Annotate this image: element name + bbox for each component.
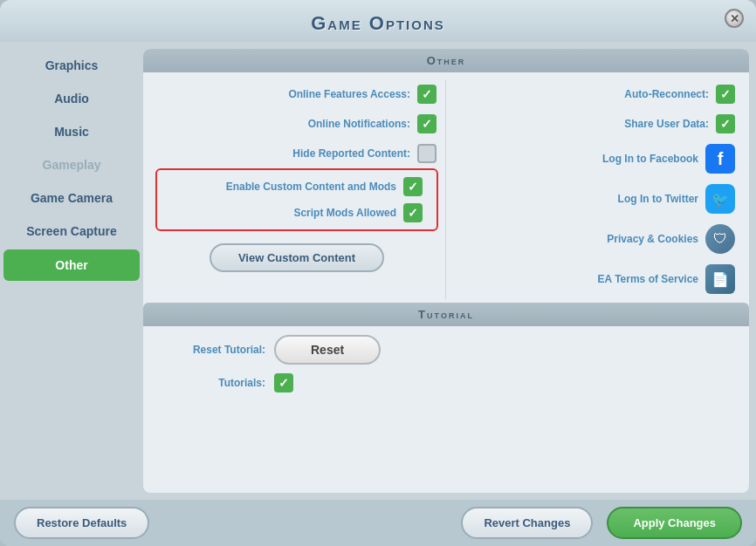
sidebar-item-music[interactable]: Music: [3, 116, 140, 147]
auto-reconnect-label: Auto-Reconnect:: [624, 88, 709, 100]
facebook-login-button[interactable]: f: [705, 144, 735, 174]
enable-custom-label: Enable Custom Content and Mods: [226, 181, 396, 193]
document-icon: 📄: [711, 271, 729, 288]
apply-changes-button[interactable]: Apply Changes: [607, 507, 742, 539]
script-mods-label: Script Mods Allowed: [293, 207, 396, 219]
ea-terms-label: EA Terms of Service: [598, 273, 698, 285]
tutorials-row: Tutorials: ✓: [161, 373, 732, 392]
sidebar-item-game-camera[interactable]: Game Camera: [3, 182, 140, 214]
online-features-row: Online Features Access: ✓: [148, 79, 445, 109]
privacy-cookies-row: Privacy & Cookies 🛡: [455, 219, 744, 259]
reset-tutorial-row: Reset Tutorial: Reset: [161, 335, 732, 365]
log-facebook-row: Log In to Facebook f: [455, 139, 744, 179]
online-notifications-checkbox[interactable]: ✓: [417, 114, 436, 133]
sidebar: Graphics Audio Music Gameplay Game Camer…: [0, 42, 143, 500]
bottom-bar: Restore Defaults Revert Changes Apply Ch…: [0, 500, 756, 546]
share-user-label: Share User Data:: [624, 118, 709, 130]
log-facebook-label: Log In to Facebook: [602, 153, 698, 165]
script-mods-row: Script Mods Allowed ✓: [164, 200, 430, 226]
hide-reported-checkbox[interactable]: [417, 144, 436, 163]
tutorial-settings: Reset Tutorial: Reset Tutorials: ✓: [143, 326, 749, 401]
share-user-checkbox[interactable]: ✓: [716, 114, 735, 133]
facebook-icon: f: [718, 149, 724, 169]
online-features-checkbox[interactable]: ✓: [417, 85, 436, 104]
title-bar: Game Options ✕: [0, 0, 756, 42]
share-user-row: Share User Data: ✓: [455, 109, 744, 139]
ea-terms-row: EA Terms of Service 📄: [455, 259, 744, 299]
reset-tutorial-button[interactable]: Reset: [274, 335, 381, 365]
privacy-cookies-label: Privacy & Cookies: [607, 233, 698, 245]
close-icon: ✕: [730, 12, 739, 25]
tutorials-label: Tutorials:: [161, 377, 265, 389]
twitter-icon: 🐦: [711, 191, 729, 208]
window-title: Game Options: [17, 12, 739, 35]
online-features-label: Online Features Access:: [288, 88, 410, 100]
content-area: Graphics Audio Music Gameplay Game Camer…: [0, 42, 756, 500]
tutorials-checkbox[interactable]: ✓: [274, 373, 293, 392]
sidebar-item-screen-capture[interactable]: Screen Capture: [3, 215, 140, 247]
restore-defaults-button[interactable]: Restore Defaults: [14, 507, 149, 539]
revert-changes-button[interactable]: Revert Changes: [461, 507, 593, 539]
sidebar-item-graphics[interactable]: Graphics: [3, 50, 140, 81]
right-settings-col: Auto-Reconnect: ✓ Share User Data: ✓: [446, 79, 744, 299]
hide-reported-row: Hide Reported Content:: [148, 139, 445, 168]
other-section-header: Other: [143, 49, 749, 72]
enable-custom-checkbox[interactable]: ✓: [403, 177, 423, 196]
log-twitter-label: Log In to Twitter: [618, 193, 698, 205]
game-options-window: Game Options ✕ Graphics Audio Music Game…: [0, 0, 756, 546]
close-button[interactable]: ✕: [725, 9, 744, 28]
reset-tutorial-label: Reset Tutorial:: [161, 344, 265, 356]
tutorial-section: Tutorial Reset Tutorial: Reset Tutorials…: [143, 303, 749, 401]
custom-mods-highlight-box: Enable Custom Content and Mods ✓ Script …: [155, 168, 438, 231]
left-settings-col: Online Features Access: ✓ Online Notific…: [148, 79, 446, 299]
twitter-login-button[interactable]: 🐦: [705, 184, 735, 214]
bottom-center-buttons: Revert Changes Apply Changes: [461, 507, 742, 539]
script-mods-checkbox[interactable]: ✓: [403, 203, 423, 222]
tutorial-section-header: Tutorial: [143, 303, 749, 326]
shield-icon: 🛡: [713, 231, 727, 247]
hide-reported-label: Hide Reported Content:: [292, 147, 410, 160]
view-custom-content-button[interactable]: View Custom Content: [210, 243, 384, 272]
sidebar-item-audio[interactable]: Audio: [3, 83, 140, 114]
ea-terms-button[interactable]: 📄: [705, 264, 735, 294]
sidebar-item-other[interactable]: Other: [3, 249, 140, 281]
auto-reconnect-row: Auto-Reconnect: ✓: [455, 79, 744, 109]
log-twitter-row: Log In to Twitter 🐦: [455, 179, 744, 219]
sidebar-item-gameplay: Gameplay: [3, 149, 140, 181]
online-notifications-row: Online Notifications: ✓: [148, 109, 445, 139]
auto-reconnect-checkbox[interactable]: ✓: [716, 85, 735, 104]
main-panel: Other Online Features Access: ✓ Online: [143, 49, 749, 493]
online-notifications-label: Online Notifications:: [308, 118, 410, 130]
enable-custom-row: Enable Custom Content and Mods ✓: [164, 174, 430, 200]
privacy-cookies-button[interactable]: 🛡: [705, 224, 735, 254]
